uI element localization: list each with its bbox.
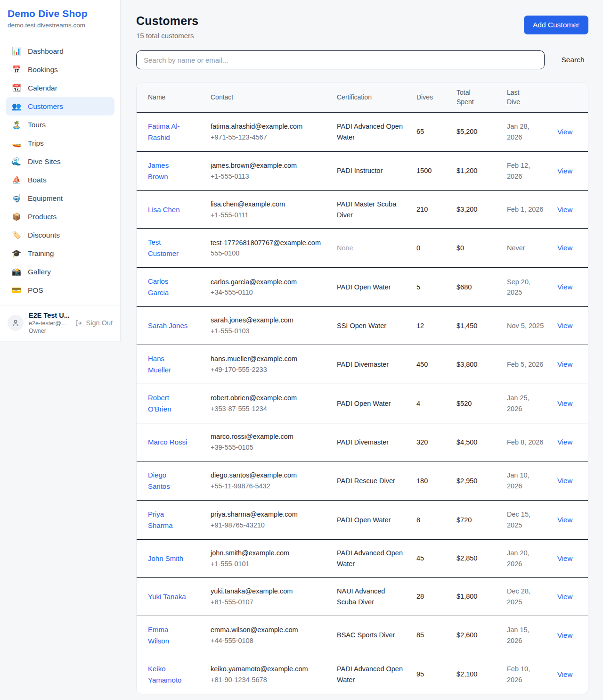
sidebar-item-products[interactable]: 📦 Products	[6, 207, 114, 226]
view-link[interactable]: View	[557, 399, 572, 407]
customer-name-link[interactable]: Yuki Tanaka	[148, 591, 186, 602]
view-link[interactable]: View	[557, 670, 572, 678]
view-link[interactable]: View	[557, 554, 572, 562]
view-link[interactable]: View	[557, 206, 572, 214]
customers-table-card: Name Contact Certification Dives Total S…	[136, 82, 588, 694]
sidebar-item-discounts[interactable]: 🏷️ Discounts	[6, 226, 114, 244]
sidebar-user-section: E2E Test U... e2e-tester@... Owner Sign …	[0, 305, 120, 341]
sidebar-item-label: Discounts	[28, 231, 60, 239]
customer-name-link[interactable]: Robert O'Brien	[148, 392, 188, 415]
total-spent: $1,800	[451, 577, 501, 616]
page-header-text: Customers 15 total customers	[136, 14, 198, 40]
column-header-actions	[552, 82, 588, 112]
sidebar-item-trips[interactable]: 🚤 Trips	[6, 134, 114, 152]
sidebar-item-tours[interactable]: 🏝️ Tours	[6, 115, 114, 134]
sidebar-item-pos[interactable]: 💳 POS	[6, 281, 114, 299]
sidebar-item-bookings[interactable]: 📅 Bookings	[6, 60, 114, 79]
customer-phone: +81-555-0107	[211, 597, 326, 608]
customer-name-link[interactable]: Keiko Yamamoto	[148, 663, 188, 686]
column-header-name: Name	[137, 82, 205, 112]
page-title: Customers	[136, 14, 198, 28]
column-header-certification: Certification	[331, 82, 411, 112]
last-dive-date: Feb 10, 2026	[501, 655, 552, 694]
view-link[interactable]: View	[557, 516, 572, 524]
dive-sites-wave-icon: 🌊	[11, 157, 22, 166]
total-spent: $720	[451, 501, 501, 540]
customer-name-link[interactable]: Lisa Chen	[148, 204, 180, 215]
dives-count: 8	[411, 501, 451, 540]
user-email: e2e-tester@...	[29, 320, 70, 327]
customer-phone: +971-55-123-4567	[211, 132, 326, 143]
customers-people-icon: 👥	[11, 102, 22, 111]
sidebar-item-dashboard[interactable]: 📊 Dashboard	[6, 42, 114, 60]
customer-name-link[interactable]: James Brown	[148, 160, 188, 182]
customer-name-link[interactable]: Test Customer	[148, 237, 188, 259]
customer-email: sarah.jones@example.com	[211, 315, 326, 326]
sign-out-label: Sign Out	[86, 319, 113, 327]
sidebar-item-equipment[interactable]: 🤿 Equipment	[6, 189, 114, 207]
total-spent: $3,200	[451, 190, 501, 229]
view-link[interactable]: View	[557, 360, 572, 368]
view-link[interactable]: View	[557, 631, 572, 639]
certification-label: NAUI Advanced Scuba Diver	[337, 587, 385, 606]
customer-name-link[interactable]: Carlos Garcia	[148, 276, 188, 298]
last-dive-date: Feb 5, 2026	[501, 345, 552, 384]
column-header-total-spent: Total Spent	[451, 82, 501, 112]
search-button[interactable]: Search	[557, 54, 588, 66]
view-link[interactable]: View	[557, 244, 572, 252]
sidebar-item-gallery[interactable]: 📸 Gallery	[6, 263, 114, 281]
sidebar-item-label: Customers	[28, 102, 63, 111]
customer-phone: +1-555-0101	[211, 559, 326, 569]
customer-count: 15 total customers	[136, 32, 198, 40]
customer-name-link[interactable]: Marco Rossi	[148, 436, 187, 448]
customer-phone: +44-555-0108	[211, 635, 326, 646]
total-spent: $520	[451, 384, 501, 423]
sidebar-header: Demo Dive Shop demo.test.divestreams.com	[0, 0, 120, 36]
last-dive-date: Dec 28, 2025	[501, 577, 552, 616]
discounts-tag-icon: 🏷️	[11, 231, 22, 239]
column-header-last-dive: Last Dive	[501, 82, 552, 112]
sidebar-item-dive-sites[interactable]: 🌊 Dive Sites	[6, 152, 114, 171]
view-link[interactable]: View	[557, 321, 572, 329]
sidebar-item-training[interactable]: 🎓 Training	[6, 244, 114, 263]
customer-email: james.brown@example.com	[211, 160, 326, 171]
certification-label: PADI Divemaster	[337, 438, 389, 446]
view-link[interactable]: View	[557, 128, 572, 136]
last-dive-date: Feb 1, 2026	[501, 190, 552, 229]
view-link[interactable]: View	[557, 438, 572, 446]
view-link[interactable]: View	[557, 477, 572, 485]
sidebar-item-customers[interactable]: 👥 Customers	[6, 97, 114, 115]
search-input[interactable]	[136, 50, 545, 69]
customer-name-link[interactable]: Diego Santos	[148, 469, 188, 492]
table-row: Robert O'Brien robert.obrien@example.com…	[137, 384, 588, 423]
total-spent: $4,500	[451, 423, 501, 461]
customer-email: priya.sharma@example.com	[211, 509, 326, 520]
last-dive-date: Feb 8, 2026	[501, 423, 552, 461]
customer-name-link[interactable]: Hans Mueller	[148, 353, 188, 376]
customer-name-link[interactable]: Priya Sharma	[148, 509, 188, 531]
view-link[interactable]: View	[557, 283, 572, 291]
sidebar: Demo Dive Shop demo.test.divestreams.com…	[0, 0, 121, 341]
last-dive-date: Dec 15, 2025	[501, 501, 552, 540]
add-customer-button[interactable]: Add Customer	[524, 16, 588, 34]
user-name: E2E Test U...	[29, 312, 70, 319]
customer-name-link[interactable]: Sarah Jones	[148, 320, 187, 331]
search-row: Search	[136, 50, 588, 69]
view-link[interactable]: View	[557, 167, 572, 175]
sidebar-item-calendar[interactable]: 📆 Calendar	[6, 79, 114, 97]
customer-email: hans.mueller@example.com	[211, 354, 326, 364]
gallery-camera-icon: 📸	[11, 267, 22, 276]
equipment-mask-icon: 🤿	[11, 194, 22, 203]
last-dive-date: Sep 20, 2025	[501, 268, 552, 307]
customer-name-link[interactable]: Fatima Al-Rashid	[148, 121, 188, 143]
sign-out-button[interactable]: Sign Out	[75, 319, 113, 327]
sidebar-item-boats[interactable]: ⛵ Boats	[6, 171, 114, 189]
last-dive-date: Feb 12, 2026	[501, 151, 552, 190]
dives-count: 85	[411, 616, 451, 655]
customer-name-link[interactable]: John Smith	[148, 553, 183, 564]
view-link[interactable]: View	[557, 593, 572, 601]
total-spent: $2,950	[451, 461, 501, 501]
total-spent: $1,450	[451, 307, 501, 345]
table-row: Fatima Al-Rashid fatima.alrashid@example…	[137, 112, 588, 151]
customer-name-link[interactable]: Emma Wilson	[148, 624, 188, 647]
